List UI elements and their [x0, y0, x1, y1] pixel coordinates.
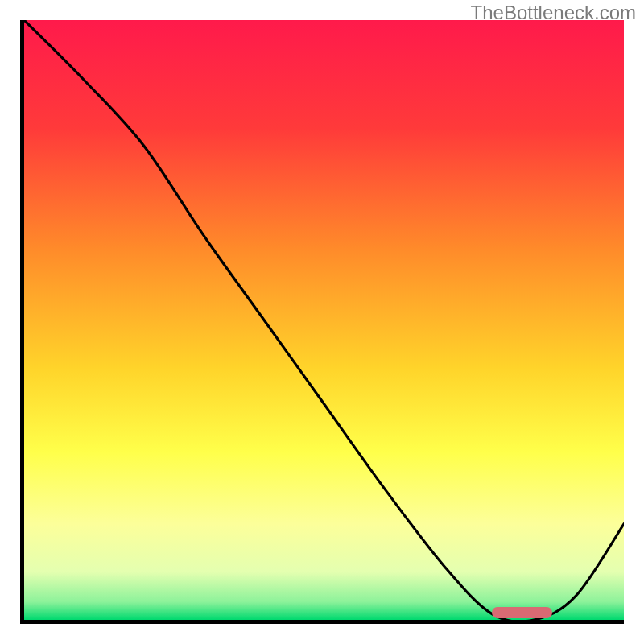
chart-container: TheBottleneck.com [0, 0, 644, 644]
bottleneck-curve [24, 20, 624, 620]
plot-area [20, 20, 624, 624]
optimal-range-marker [492, 607, 552, 618]
watermark-text: TheBottleneck.com [471, 2, 636, 24]
